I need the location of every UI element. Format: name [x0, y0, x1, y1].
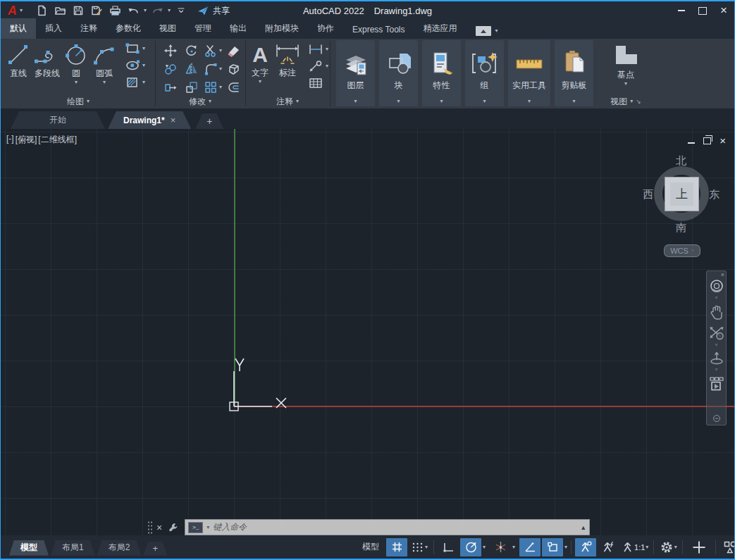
object-snap-toggle[interactable]: [542, 538, 563, 556]
command-history-dropdown-icon[interactable]: ▾: [206, 525, 209, 530]
workspace-dropdown-icon[interactable]: ▾: [674, 545, 677, 550]
rectangle-tool-button[interactable]: ▾: [125, 40, 145, 57]
line-tool-button[interactable]: 直线: [6, 40, 30, 80]
file-tab-close-icon[interactable]: ×: [171, 115, 176, 125]
navbar-customize-icon[interactable]: [712, 414, 721, 423]
wcs-menu-button[interactable]: WCS▾: [664, 244, 700, 257]
grid-display-toggle[interactable]: [386, 538, 407, 556]
trim-dropdown-icon[interactable]: ▾: [219, 48, 222, 54]
viewcube-east[interactable]: 东: [709, 188, 719, 201]
offset-button[interactable]: [227, 80, 241, 94]
drawing-minimize-icon[interactable]: [688, 142, 695, 144]
navigation-wheel-button[interactable]: [709, 278, 724, 295]
tab-express-tools[interactable]: Express Tools: [343, 20, 414, 39]
panel-properties[interactable]: 特性 ▾: [422, 40, 461, 106]
linear-dim-dropdown-icon[interactable]: ▾: [326, 46, 328, 52]
command-scroll-up-icon[interactable]: ▲: [580, 524, 586, 531]
panel-block[interactable]: 块 ▾: [379, 40, 418, 106]
redo-dropdown-icon[interactable]: ▾: [168, 8, 171, 13]
file-tab-start[interactable]: 开始: [11, 111, 105, 129]
ellipse-tool-button[interactable]: ▾: [125, 57, 145, 74]
annotation-visibility-toggle[interactable]: [575, 538, 596, 556]
panel-layers[interactable]: 图层 ▾: [336, 40, 375, 106]
panel-title-view[interactable]: 视图▾ ↘: [598, 96, 654, 107]
fillet-dropdown-icon[interactable]: ▾: [219, 66, 222, 72]
linear-dimension-button[interactable]: ▾: [308, 41, 328, 58]
viewport-visual-style-control[interactable]: [二维线框]: [38, 134, 77, 146]
table-button[interactable]: [308, 75, 328, 92]
tab-parametric[interactable]: 参数化: [106, 18, 150, 39]
share-button[interactable]: 共享: [197, 5, 230, 17]
ribbon-minimize-dropdown-icon[interactable]: ▾: [495, 28, 498, 34]
iso-dropdown-icon[interactable]: ▾: [512, 545, 515, 550]
tab-manage[interactable]: 管理: [185, 18, 221, 39]
snap-dropdown-icon[interactable]: ▾: [425, 545, 428, 550]
tab-annotate[interactable]: 注释: [71, 18, 106, 39]
drawing-canvas[interactable]: [-] [俯视] [二维线框] × 北 西 东 南 上 W: [1, 129, 734, 535]
circle-tool-button[interactable]: 圆 ▾: [64, 40, 88, 85]
close-button[interactable]: ×: [713, 2, 734, 19]
arc-tool-button[interactable]: 圆弧 ▾: [91, 40, 118, 85]
new-file-button[interactable]: [34, 4, 49, 18]
osnap-dropdown-icon[interactable]: ▾: [564, 545, 567, 550]
copy-button[interactable]: [163, 62, 178, 76]
move-button[interactable]: [163, 44, 178, 58]
leader-button[interactable]: ▾: [308, 58, 328, 75]
model-paper-toggle[interactable]: 模型: [357, 538, 385, 556]
panel-title-draw[interactable]: 绘图▾: [2, 96, 154, 107]
maximize-button[interactable]: [692, 2, 713, 19]
mirror-button[interactable]: [185, 62, 199, 76]
viewport-view-control[interactable]: [俯视]: [16, 134, 37, 146]
navbar-close-icon[interactable]: ×: [721, 272, 724, 278]
panel-utilities[interactable]: 实用工具 ▾: [508, 40, 550, 106]
open-file-button[interactable]: [52, 4, 68, 18]
file-tab-drawing1[interactable]: Drawing1* ×: [108, 111, 191, 129]
layout-tab-layout2[interactable]: 布局2: [97, 540, 142, 556]
viewcube-west[interactable]: 西: [643, 188, 653, 201]
qat-customize-button[interactable]: [173, 4, 189, 18]
orbit-button[interactable]: [708, 350, 725, 367]
workspace-switching-button[interactable]: ▾: [657, 538, 679, 556]
layout-tab-model[interactable]: 模型: [9, 540, 49, 556]
fillet-button[interactable]: ▾: [204, 62, 222, 76]
stretch-button[interactable]: [163, 80, 178, 94]
explode-button[interactable]: [227, 62, 241, 76]
drawing-close-icon[interactable]: ×: [719, 135, 726, 147]
iso-drafting-toggle[interactable]: [490, 538, 511, 556]
navwheel-dropdown-icon[interactable]: ▾: [715, 295, 717, 301]
rectangle-dropdown-icon[interactable]: ▾: [142, 46, 145, 51]
viewcube-south[interactable]: 南: [676, 221, 686, 235]
ellipse-dropdown-icon[interactable]: ▾: [142, 63, 145, 68]
crosshair-customize-button[interactable]: [686, 538, 712, 556]
zoom-dropdown-icon[interactable]: ▾: [715, 342, 717, 348]
viewport-menu-control[interactable]: [-]: [6, 134, 14, 146]
showmotion-button[interactable]: [708, 375, 725, 394]
pan-button[interactable]: [709, 304, 724, 322]
save-as-button[interactable]: [89, 4, 104, 18]
arc-dropdown-icon[interactable]: ▾: [103, 80, 106, 85]
annotation-scale-button[interactable]: 1:1 ▾: [620, 538, 650, 556]
hatch-tool-button[interactable]: ▾: [125, 74, 145, 91]
scale-button[interactable]: [185, 80, 199, 94]
ribbon-minimize-button[interactable]: [476, 26, 491, 36]
text-tool-button[interactable]: A 文字 ▾: [252, 41, 268, 85]
object-snap-tracking-toggle[interactable]: [519, 538, 541, 556]
drawing-restore-icon[interactable]: [703, 137, 711, 144]
circle-dropdown-icon[interactable]: ▾: [75, 80, 78, 85]
viewcube-top-face[interactable]: 上: [665, 177, 699, 211]
undo-dropdown-icon[interactable]: ▾: [144, 8, 147, 13]
tab-insert[interactable]: 插入: [36, 18, 71, 39]
new-layout-button[interactable]: +: [143, 542, 167, 556]
redo-button[interactable]: [149, 4, 165, 18]
annotation-scale-dropdown-icon[interactable]: ▾: [646, 545, 648, 550]
polar-tracking-toggle[interactable]: [460, 538, 481, 556]
save-button[interactable]: [70, 4, 86, 18]
ortho-toggle[interactable]: [438, 538, 459, 556]
hatch-dropdown-icon[interactable]: ▾: [142, 80, 145, 85]
array-dropdown-icon[interactable]: ▾: [219, 85, 222, 90]
panel-groups[interactable]: 组 ▾: [465, 40, 504, 106]
command-customize-wrench-icon[interactable]: [168, 522, 179, 533]
panel-title-modify[interactable]: 修改▾: [156, 96, 245, 107]
undo-button[interactable]: [125, 4, 141, 18]
command-drag-handle[interactable]: [147, 521, 152, 535]
